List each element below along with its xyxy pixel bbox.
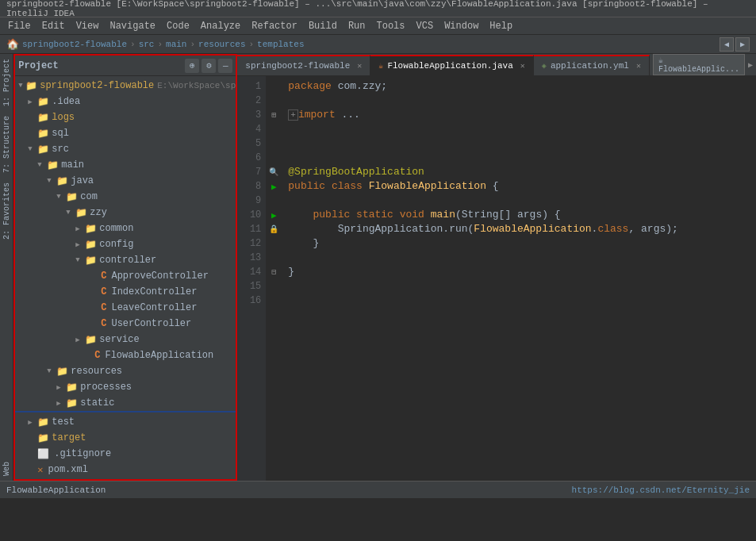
tree-item-controller[interactable]: ▼ 📁 controller [15,252,236,268]
title-bar: springboot2-flowable [E:\WorkSpace\sprin… [0,0,756,17]
code-area: 1234 5678 9101112 13141516 ⊞ 🔍 ▶ ▶ 🔒 [237,76,756,481]
tree-item-approvecontroller[interactable]: C ApproveController [15,268,236,284]
code-line-6 [288,151,750,165]
tab-overflow-button[interactable]: ☕ FlowableApplic... ▶ [650,54,756,75]
breadcrumb-project[interactable]: springboot2-flowable [22,40,127,49]
code-line-9 [288,194,750,208]
menu-vcs[interactable]: VCS [412,19,439,33]
code-line-13 [288,251,750,265]
nav-forward-button[interactable]: ▶ [735,37,750,52]
code-line-16 [288,294,750,308]
vtab-web[interactable]: Web [1,457,13,481]
menu-view[interactable]: View [71,19,104,33]
project-tree[interactable]: ▼ 📁 springboot2-flowable E:\WorkSpace\sp… [15,76,236,412]
search-gutter-icon: 🔍 [266,165,282,179]
code-line-1: package com.zzy; [288,79,750,94]
code-line-11: SpringApplication.run(FlowableApplicatio… [288,222,750,236]
breadcrumb-main[interactable]: main [166,40,186,49]
run-main-icon[interactable]: ▶ [266,208,282,222]
code-line-7: @SpringBootApplication [288,165,750,179]
tree-item-gitignore[interactable]: ⬜ .gitignore [15,446,236,462]
code-line-3: +import ... [288,108,750,122]
code-line-4 [288,122,750,136]
tree-item-processes[interactable]: ▶ 📁 processes [15,379,236,395]
breadcrumb-icon: 🏠 [6,38,19,51]
title-text: springboot2-flowable [E:\WorkSpace\sprin… [6,0,750,18]
tree-item-target[interactable]: 📁 target [15,430,236,446]
tab-application-yml[interactable]: ◈ application.yml ✕ [534,55,650,75]
status-url: https://blog.csdn.net/Eternity_jie [572,485,750,495]
tree-item-idea[interactable]: ▶ 📁 .idea [15,94,236,109]
tree-item-main[interactable]: ▼ 📁 main [15,157,236,173]
fold-import-icon[interactable]: ⊞ [266,108,282,122]
breadcrumb-templates[interactable]: templates [257,40,304,49]
editor-tabs: springboot2-flowable ✕ ☕ FlowableApplica… [237,54,756,76]
code-line-5 [288,136,750,151]
tree-item-com[interactable]: ▼ 📁 com [15,189,236,205]
tree-item-flowableapplication-class[interactable]: C FlowableApplication [15,347,236,363]
vtab-project[interactable]: 1: Project [1,54,13,111]
tree-item-leavecontroller[interactable]: C LeaveController [15,300,236,316]
breadcrumb-bar: 🏠 springboot2-flowable › src › main › re… [0,35,756,54]
code-line-10: public static void main(String[] args) { [288,208,750,222]
menu-analyze[interactable]: Analyze [196,19,245,33]
line-number-gutter: 1234 5678 9101112 13141516 [237,76,266,481]
fold-class-icon[interactable]: ⊟ [266,265,282,279]
tree-item-java[interactable]: ▼ 📁 java [15,173,236,189]
left-vtabs: 1: Project 7: Structure 2: Favorites Web [0,54,13,481]
status-class-name: FlowableApplication [6,485,106,495]
run-icon[interactable]: ▶ [266,179,282,194]
project-title-label: Project [18,60,182,71]
tree-item-usercontroller[interactable]: C UserController [15,316,236,332]
tree-item-static[interactable]: ▶ 📁 static [15,395,236,411]
tree-item-common[interactable]: ▶ 📁 common [15,221,236,236]
nav-back-button[interactable]: ◀ [720,37,734,52]
code-line-15 [288,279,750,294]
tree-item-resources[interactable]: ▼ 📁 resources [15,363,236,379]
main-layout: 1: Project 7: Structure 2: Favorites Web… [0,54,756,481]
gutter-icons: ⊞ 🔍 ▶ ▶ 🔒 ⊟ [266,76,282,481]
tree-item-test[interactable]: ▶ 📁 test [15,414,236,430]
menu-code[interactable]: Code [162,19,194,33]
menu-navigate[interactable]: Navigate [105,19,160,33]
toolbar-icon-3[interactable]: — [218,59,232,73]
vtab-favorites[interactable]: 2: Favorites [1,178,13,244]
menu-bar: File Edit View Navigate Code Analyze Ref… [0,17,756,35]
tree-item-logs[interactable]: 📁 logs [15,109,236,125]
menu-tools[interactable]: Tools [372,19,410,33]
tree-item-zzy[interactable]: ▼ 📁 zzy [15,205,236,221]
tab-project[interactable]: springboot2-flowable ✕ [237,55,370,75]
project-toolbar: Project ⊕ ⚙ — [15,56,236,76]
folder-icon: 📁 [25,80,37,92]
tree-item-service[interactable]: ▶ 📁 service [15,332,236,347]
lock-icon: 🔒 [266,222,282,236]
breadcrumb-resources[interactable]: resources [198,40,245,49]
tree-item-src[interactable]: ▼ 📁 src [15,141,236,157]
project-panel: Project ⊕ ⚙ — ▼ 📁 springboot2-flowable E… [13,54,237,481]
code-line-8: public class FlowableApplication { [288,179,750,194]
code-line-2 [288,94,750,108]
tree-item-root[interactable]: ▼ 📁 springboot2-flowable E:\WorkSpace\sp [15,78,236,94]
code-line-12: } [288,236,750,251]
menu-run[interactable]: Run [343,19,370,33]
code-content[interactable]: package com.zzy; +import ... @SpringBoot… [282,76,756,481]
status-bar: FlowableApplication https://blog.csdn.ne… [0,481,756,498]
tree-item-indexcontroller[interactable]: C IndexController [15,284,236,300]
menu-build[interactable]: Build [304,19,342,33]
tab-flowable-application[interactable]: ☕ FlowableApplication.java ✕ [370,55,534,75]
menu-help[interactable]: Help [485,19,517,33]
toolbar-icon-1[interactable]: ⊕ [185,59,199,73]
menu-file[interactable]: File [3,19,36,33]
tree-item-config[interactable]: ▶ 📁 config [15,236,236,252]
menu-refactor[interactable]: Refactor [247,19,302,33]
tree-item-pomxml[interactable]: ✕ pom.xml [15,462,236,478]
editor-area: springboot2-flowable ✕ ☕ FlowableApplica… [237,54,756,481]
tree-item-sql[interactable]: 📁 sql [15,125,236,141]
code-line-14: } [288,265,750,279]
toolbar-icon-2[interactable]: ⚙ [201,59,216,73]
menu-edit[interactable]: Edit [37,19,70,33]
breadcrumb-src[interactable]: src [139,40,155,49]
menu-window[interactable]: Window [439,19,483,33]
vtab-structure[interactable]: 7: Structure [1,111,13,178]
